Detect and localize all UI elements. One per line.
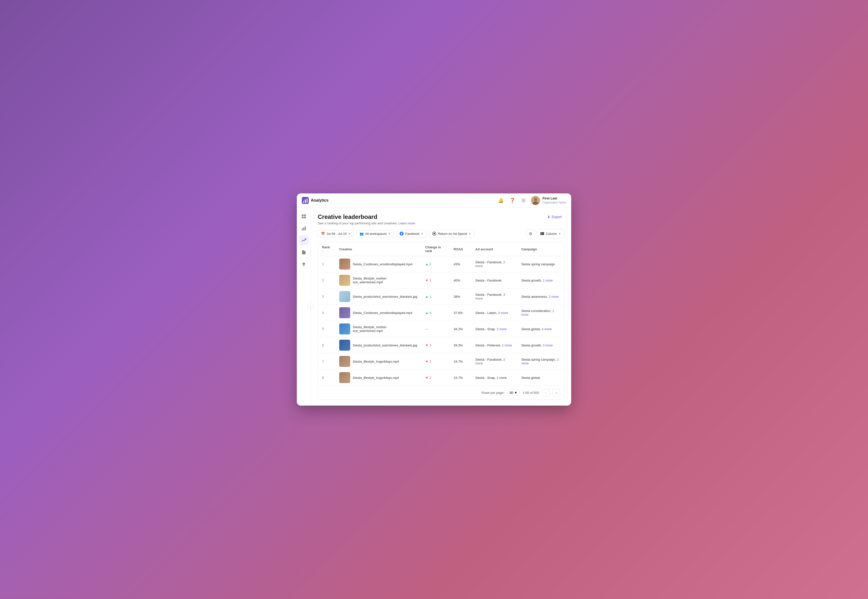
cell-rank: 4 (318, 305, 335, 321)
cell-campaign: Siesta growth, 1 more (517, 272, 564, 289)
platform-filter[interactable]: Facebook ▼ (396, 230, 426, 237)
svg-rect-3 (306, 199, 308, 203)
chevron-right-icon: › (310, 305, 311, 308)
table-header-row: Rank ↓ Creative Change in rank ROAS Ad a… (318, 242, 564, 256)
svg-rect-18 (302, 217, 303, 218)
sidebar-item-docs[interactable] (299, 247, 309, 257)
sidebar-item-analytics[interactable] (299, 223, 309, 233)
cell-roas: 37.6% (450, 305, 472, 321)
svg-point-10 (522, 201, 523, 202)
cell-campaign: Siesta awareness, 2 more (517, 289, 564, 305)
svg-rect-31 (543, 232, 544, 235)
cell-rank: 5 (318, 321, 335, 337)
app-title: Analytics (311, 198, 329, 203)
svg-point-9 (524, 200, 525, 201)
cell-roas: 24.7% (450, 370, 472, 386)
prev-page-button[interactable]: ‹ (542, 389, 550, 396)
cell-account: Siesta - Facebook (472, 272, 517, 289)
cell-change: ▼ 2 (421, 370, 450, 386)
arrow-up-icon: ▲ (425, 295, 428, 298)
campaign-more-link[interactable]: 2 more (549, 295, 559, 298)
bar-chart-icon (301, 226, 306, 231)
svg-point-14 (534, 198, 537, 201)
cell-creative: Siesta_productshot_warmtones_blankets.jp… (335, 289, 421, 305)
creative-thumbnail (339, 340, 350, 351)
settings-icon: ⚙ (529, 231, 532, 236)
cell-change: — (421, 321, 450, 337)
avatar (531, 196, 540, 205)
table-settings-button[interactable]: ⚙ (526, 229, 535, 238)
next-page-button[interactable]: › (553, 389, 560, 396)
creative-thumbnail (339, 275, 350, 286)
trend-icon (301, 238, 306, 243)
table-row: 2 Siesta_lifestyle_mother-son_warmtones.… (318, 272, 564, 289)
cell-roas: 38% (450, 289, 472, 305)
svg-rect-17 (304, 214, 306, 216)
rows-per-page-select[interactable]: 50 ▼ (507, 390, 520, 396)
grid-menu-button[interactable] (520, 197, 527, 204)
sidebar-toggle[interactable]: › (308, 304, 314, 310)
svg-point-6 (524, 199, 525, 199)
main-content: Creative leaderboard See a ranking of yo… (311, 208, 571, 406)
doc-icon (301, 250, 306, 255)
user-info: First Last Organization Name (542, 196, 566, 204)
arrow-down-icon: ▼ (425, 376, 428, 379)
cell-creative: Siesta_lifestyle_hugs4days.mp4 (335, 370, 421, 386)
svg-rect-16 (302, 214, 303, 216)
topbar-actions: 🔔 ❓ (497, 196, 566, 205)
cell-campaign: Siesta growth, 3 more (517, 337, 564, 354)
lightbulb-icon (301, 262, 306, 267)
sidebar-item-ideas[interactable] (299, 259, 309, 269)
svg-rect-21 (303, 227, 304, 230)
export-button[interactable]: ⬇ Export (545, 214, 564, 220)
cell-change: ▲ 1 (421, 289, 450, 305)
workspace-filter[interactable]: 👥 All workspaces ▼ (356, 230, 394, 237)
svg-point-7 (522, 200, 523, 201)
user-menu[interactable]: First Last Organization Name (531, 196, 566, 205)
cell-campaign: Siesta consideration, 1 more (517, 305, 564, 321)
account-more-link[interactable]: 1 more (502, 343, 512, 347)
svg-rect-2 (305, 199, 306, 203)
account-more-link[interactable]: 3 more (498, 311, 508, 315)
svg-rect-1 (303, 201, 304, 203)
campaign-more-link[interactable]: 3 more (543, 343, 553, 347)
leaderboard-table: Rank ↓ Creative Change in rank ROAS Ad a… (318, 242, 564, 400)
page-info: 1-50 of 500 (523, 391, 539, 394)
notifications-button[interactable]: 🔔 (497, 197, 505, 204)
sidebar-item-dashboard[interactable] (299, 211, 309, 221)
metric-filter[interactable]: Return on Ad Spend ▼ (429, 230, 474, 237)
table-row: 8 Siesta_lifestyle_hugs4days.mp4 ▼ 224.7… (318, 370, 564, 386)
metric-icon (432, 232, 436, 236)
date-range-filter[interactable]: 📅 Jul 09 - Jul 15 ▼ (318, 230, 354, 237)
workspace-icon: 👥 (360, 232, 363, 236)
creative-thumbnail (339, 356, 350, 367)
user-name: First Last (542, 196, 566, 201)
arrow-up-icon: ▲ (425, 262, 428, 266)
arrow-down-icon: ▼ (425, 360, 428, 363)
help-icon: ❓ (509, 198, 515, 203)
campaign-more-link[interactable]: 4 more (542, 327, 552, 331)
account-more-link[interactable]: 2 more (497, 327, 506, 331)
col-roas: ROAS (450, 242, 472, 256)
column-button[interactable]: Column ▼ (537, 229, 564, 238)
campaign-more-link[interactable]: 1 more (543, 278, 553, 282)
creative-thumbnail (339, 372, 350, 383)
svg-rect-29 (541, 232, 542, 235)
chevron-down-icon: ▼ (514, 391, 517, 394)
svg-point-4 (522, 199, 523, 199)
help-button[interactable]: ❓ (509, 197, 516, 204)
svg-rect-25 (303, 266, 304, 266)
chevron-down-icon: ▼ (388, 232, 391, 235)
cell-change: ▼ 2 (421, 354, 450, 370)
sidebar-item-trends[interactable] (299, 235, 309, 245)
learn-more-link[interactable]: Learn more (399, 221, 415, 225)
cell-campaign: Siesta spring campaign (517, 256, 564, 272)
svg-rect-30 (542, 232, 543, 235)
sidebar: › (297, 208, 311, 406)
chevron-down-icon: ▼ (348, 232, 351, 235)
cell-roas: 24.7% (450, 354, 472, 370)
table-row: 5 Siesta_lifestyle_mother-son_warmtones.… (318, 321, 564, 337)
creative-thumbnail (339, 307, 350, 318)
cell-creative: Siesta_lifestyle_mother-son_warmtones.mp… (335, 321, 421, 337)
cell-account: Siesta - Snap, 1 more (472, 370, 517, 386)
